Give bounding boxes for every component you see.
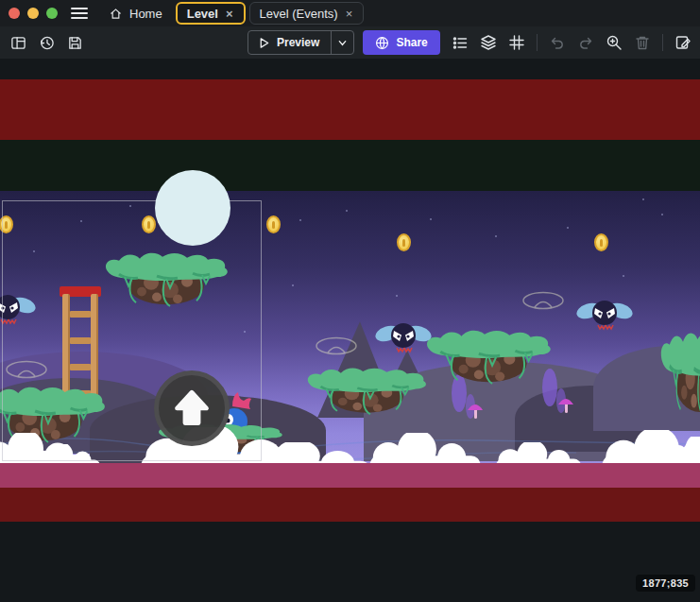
tab-home[interactable]: Home <box>99 2 172 25</box>
tab-level[interactable]: Level × <box>176 2 246 25</box>
coin-object[interactable] <box>266 215 281 233</box>
star-dot <box>661 214 663 215</box>
history-icon[interactable] <box>34 30 59 55</box>
scene-editor-canvas[interactable]: 1877;835 <box>0 59 700 602</box>
tab-bar: Home Level × Level (Events) × <box>99 0 367 26</box>
toolbar-divider <box>537 34 538 51</box>
share-button-label: Share <box>396 36 427 49</box>
redo-icon[interactable] <box>573 30 598 55</box>
cloud-object[interactable] <box>364 433 487 463</box>
pink-ground-band[interactable] <box>0 463 700 488</box>
star-dot <box>495 235 497 237</box>
bat-enemy-object[interactable] <box>375 318 432 356</box>
play-icon <box>258 37 270 49</box>
instances-list-icon[interactable] <box>448 30 472 55</box>
toolbar-center-group: Preview Share <box>248 30 440 55</box>
star-dot <box>346 210 348 212</box>
tab-level-events-close-icon[interactable]: × <box>345 7 354 21</box>
dark-backdrop-band <box>0 140 700 191</box>
trash-icon[interactable] <box>630 30 655 55</box>
share-button[interactable]: Share <box>363 30 439 55</box>
grid-icon[interactable] <box>504 30 529 55</box>
preview-button[interactable]: Preview <box>248 30 354 55</box>
cursor-coordinates-badge: 1877;835 <box>636 575 695 592</box>
minimize-window-button[interactable] <box>27 8 39 19</box>
tab-home-label: Home <box>129 7 162 21</box>
wind-gust-object[interactable] <box>521 291 565 312</box>
island-center-object[interactable] <box>302 367 431 416</box>
hamburger-menu-icon[interactable] <box>71 8 88 19</box>
preview-dropdown-button[interactable] <box>331 31 353 54</box>
panels-icon[interactable] <box>6 30 30 55</box>
titlebar: Home Level × Level (Events) × <box>0 0 700 26</box>
chevron-down-icon <box>337 38 348 48</box>
dark-red-ground-band[interactable] <box>0 488 700 522</box>
coin-object[interactable] <box>594 233 608 251</box>
preview-button-main[interactable]: Preview <box>248 36 331 49</box>
jump-arrow-hud-button[interactable] <box>154 370 230 446</box>
save-icon[interactable] <box>62 30 87 55</box>
red-platform-band[interactable] <box>0 79 700 140</box>
scene-properties-icon[interactable] <box>671 30 695 55</box>
globe-icon <box>375 36 389 50</box>
island-mid-right-object[interactable] <box>421 329 555 386</box>
moon-object[interactable] <box>155 170 230 246</box>
star-dot <box>430 218 432 220</box>
tab-level-close-icon[interactable]: × <box>225 7 234 21</box>
star-dot <box>396 295 398 297</box>
gdevelop-window: Home Level × Level (Events) × <box>0 0 700 602</box>
undo-icon[interactable] <box>545 30 570 55</box>
bat-enemy-object[interactable] <box>576 296 633 334</box>
island-right-edge-object[interactable] <box>657 331 700 418</box>
tab-level-events-label: Level (Events) <box>260 7 338 21</box>
close-window-button[interactable] <box>9 8 20 19</box>
coin-object[interactable] <box>397 233 411 251</box>
cloud-object[interactable] <box>661 437 700 463</box>
toolbar-divider <box>662 34 663 51</box>
layers-icon[interactable] <box>476 30 501 55</box>
toolbar-left-group <box>6 30 87 55</box>
zoom-in-icon[interactable] <box>602 30 626 55</box>
star-dot <box>642 198 644 200</box>
tab-level-events[interactable]: Level (Events) × <box>249 2 365 25</box>
preview-button-label: Preview <box>277 36 319 49</box>
star-dot <box>292 284 294 286</box>
wind-gust-object[interactable] <box>315 336 358 357</box>
star-dot <box>567 227 569 229</box>
tab-level-label: Level <box>187 7 218 21</box>
home-icon <box>109 7 123 21</box>
arrow-up-icon <box>167 384 216 433</box>
star-dot <box>623 275 624 277</box>
star-dot <box>299 219 301 221</box>
toolbar: Preview Share <box>0 26 700 59</box>
zoom-window-button[interactable] <box>46 8 58 19</box>
cloud-object[interactable] <box>491 442 586 463</box>
